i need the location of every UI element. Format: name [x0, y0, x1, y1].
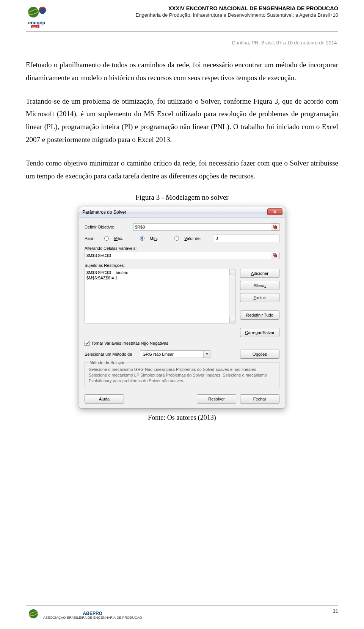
groupbox-title: Método de Solução — [88, 360, 127, 366]
page-number: 11 — [333, 608, 338, 614]
options-button[interactable]: Opções — [240, 350, 279, 359]
para-label: Para: — [85, 236, 100, 241]
chevron-down-icon — [203, 351, 210, 358]
valor-label: Valor de: — [184, 236, 201, 241]
page-footer: ABEPRO ASSOCIAÇÃO BRASILEIRA DE ENGENHAR… — [26, 605, 338, 623]
close-button[interactable]: ✕ — [267, 208, 282, 215]
ref-icon — [273, 253, 278, 258]
constraints-list[interactable]: $M$3:$EO$3 = binário $M$6:$AZ$6 = 1 — [85, 269, 235, 323]
figure-caption: Figura 3 - Modelagem no solver — [26, 193, 338, 202]
figure-source: Fonte: Os autores (2013) — [26, 414, 338, 422]
constraint-row: $M$6:$AZ$6 = 1 — [86, 275, 234, 281]
help-button[interactable]: Ajuda — [85, 394, 124, 404]
objective-label: Definir Objetivo: — [85, 225, 133, 229]
max-label: Máx. — [114, 236, 123, 241]
close-footer-button[interactable]: Fechar — [240, 394, 279, 404]
reset-button[interactable]: Redefinir Tudo — [240, 311, 279, 320]
nonneg-checkbox[interactable] — [85, 341, 89, 346]
check-icon — [85, 341, 89, 345]
objective-input[interactable]: $R$9 — [133, 223, 271, 231]
scroll-down-icon[interactable] — [229, 317, 235, 323]
solve-button[interactable]: Resolver — [197, 394, 236, 404]
constraint-row: $M$3:$EO$3 = binário — [86, 270, 234, 276]
abepro-logo: ABEPRO ASSOCIAÇÃO BRASILEIRA DE ENGENHAR… — [26, 608, 142, 623]
valor-input[interactable]: 0 — [214, 235, 279, 242]
svg-text:enegep: enegep — [28, 20, 46, 25]
method-select[interactable]: GRG Não Linear — [140, 350, 210, 358]
dialog-titlebar: Parâmetros do Solver ✕ — [79, 207, 285, 218]
scroll-up-icon[interactable] — [229, 269, 235, 275]
svg-rect-9 — [275, 255, 277, 257]
paragraph-1: Efetuado o planilhamento de todos os cam… — [26, 58, 338, 84]
changing-input[interactable]: $M$3:$EO$3 — [85, 252, 271, 259]
header-subtitle: Engenharia de Produção, Infraestrutura e… — [58, 12, 338, 18]
exclude-button[interactable]: Excluir — [240, 293, 279, 302]
dialog-title: Parâmetros do Solver — [82, 210, 126, 215]
groupbox-body: Selecione o mecanismo GRG Não Linear par… — [89, 367, 275, 384]
changing-label: Alterando Células Variáveis: — [85, 246, 279, 251]
objective-ref-button[interactable] — [271, 223, 279, 231]
paragraph-3: Tendo como objetivo minimizar o caminho … — [26, 157, 338, 183]
alter-button[interactable]: Alterar — [240, 281, 279, 290]
max-radio[interactable] — [104, 236, 109, 241]
header-title: XXXIV ENCONTRO NACIONAL DE ENGENHARIA DE… — [58, 5, 338, 11]
valor-radio[interactable] — [174, 236, 179, 241]
solver-dialog: Parâmetros do Solver ✕ Definir Objetivo:… — [79, 207, 285, 408]
page-header: enegep 2014 XXXIV ENCONTRO NACIONAL DE E… — [26, 5, 338, 32]
svg-rect-7 — [275, 226, 277, 229]
subject-label: Sujeito às Restrições: — [85, 263, 279, 268]
enegep-logo: enegep 2014 — [26, 5, 54, 29]
ref-icon — [273, 225, 278, 229]
scrollbar[interactable] — [229, 269, 235, 323]
method-label: Selecionar um Método de — [85, 352, 140, 356]
method-groupbox: Método de Solução Selecione o mecanismo … — [85, 363, 279, 388]
footer-brand-sub: ASSOCIAÇÃO BRASILEIRA DE ENGENHARIA DE P… — [43, 616, 142, 620]
nonneg-label: Tornar Variáveis Irrestritas Não Negativ… — [91, 341, 168, 345]
close-icon: ✕ — [273, 210, 277, 214]
min-radio[interactable] — [140, 236, 144, 241]
add-button[interactable]: Adicionar — [240, 269, 279, 278]
paragraph-2: Tratando-se de um problema de otimização… — [26, 95, 338, 146]
svg-text:2014: 2014 — [32, 25, 38, 28]
min-label: Mín. — [150, 236, 158, 241]
header-location: Curitiba, PR, Brasil, 07 a 10 de outubro… — [26, 40, 338, 46]
load-save-button[interactable]: Carregar/Salvar — [240, 328, 279, 337]
changing-ref-button[interactable] — [271, 252, 279, 259]
